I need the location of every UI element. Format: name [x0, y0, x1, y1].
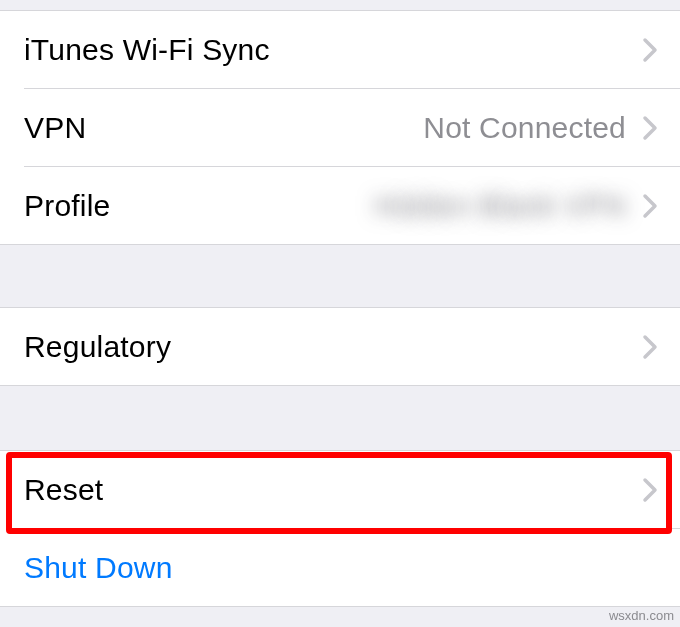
row-value-redacted: Hidden Blank VPN	[374, 189, 626, 223]
group-spacer	[0, 245, 680, 307]
row-reset[interactable]: Reset	[0, 451, 680, 528]
row-value: Not Connected	[423, 111, 626, 145]
row-vpn[interactable]: VPN Not Connected	[0, 89, 680, 166]
settings-group-2: Regulatory	[0, 307, 680, 386]
spacer	[0, 0, 680, 10]
chevron-right-icon	[642, 37, 658, 63]
row-label: Shut Down	[24, 551, 173, 585]
row-profile[interactable]: Profile Hidden Blank VPN	[0, 167, 680, 244]
row-label: Regulatory	[24, 330, 171, 364]
row-shut-down[interactable]: Shut Down	[0, 529, 680, 606]
group-spacer	[0, 386, 680, 450]
chevron-right-icon	[642, 115, 658, 141]
chevron-right-icon	[642, 193, 658, 219]
row-label: Profile	[24, 189, 110, 223]
settings-group-3: Reset Shut Down	[0, 450, 680, 607]
settings-group-1: iTunes Wi-Fi Sync VPN Not Connected Prof…	[0, 10, 680, 245]
watermark: wsxdn.com	[609, 608, 674, 623]
row-label: VPN	[24, 111, 86, 145]
chevron-right-icon	[642, 334, 658, 360]
row-label: Reset	[24, 473, 103, 507]
row-regulatory[interactable]: Regulatory	[0, 308, 680, 385]
row-label: iTunes Wi-Fi Sync	[24, 33, 270, 67]
chevron-right-icon	[642, 477, 658, 503]
row-itunes-wifi-sync[interactable]: iTunes Wi-Fi Sync	[0, 11, 680, 88]
